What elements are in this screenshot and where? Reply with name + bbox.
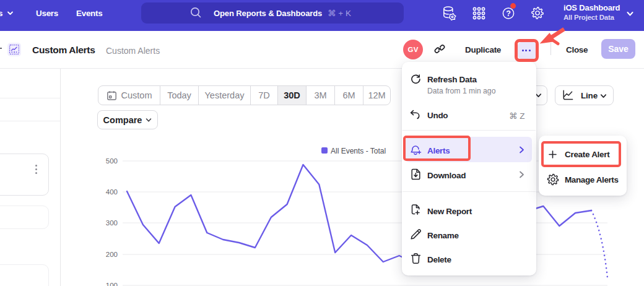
svg-text:200: 200 xyxy=(106,251,118,258)
svg-text:100: 100 xyxy=(106,282,118,286)
svg-text:400: 400 xyxy=(106,188,118,196)
svg-text:?: ? xyxy=(506,9,511,18)
svg-text:300: 300 xyxy=(106,219,118,227)
svg-text:500: 500 xyxy=(106,157,118,165)
